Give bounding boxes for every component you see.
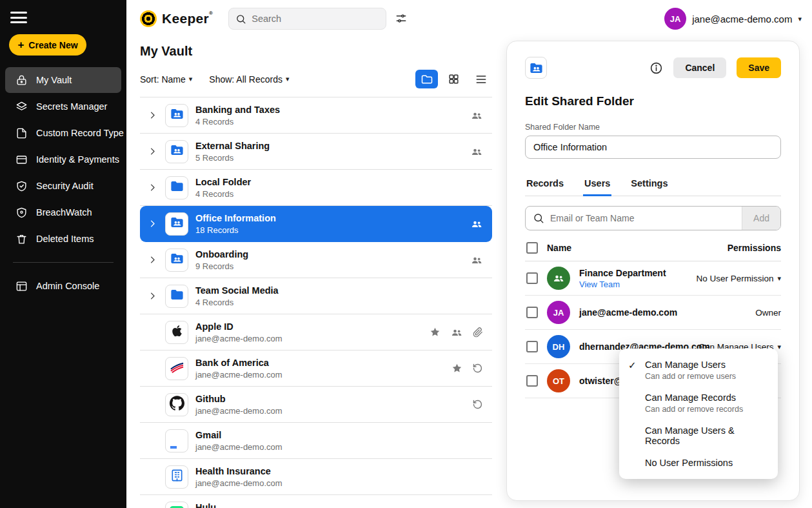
add-button[interactable]: Add xyxy=(742,207,780,230)
team-avatar-icon xyxy=(552,272,565,285)
row-text: Banking and Taxes 4 Records xyxy=(195,105,280,127)
permission-select[interactable]: Owner xyxy=(755,308,781,318)
expand-chevron-icon[interactable] xyxy=(148,255,158,265)
view-team-link[interactable]: View Team xyxy=(579,279,666,289)
shield-dot-icon xyxy=(15,207,28,219)
vault-row[interactable]: Bank of America jane@acme-demo.com xyxy=(140,351,492,387)
caret-down-icon: ▾ xyxy=(798,15,802,23)
row-trailing-icons xyxy=(470,218,483,230)
user-row[interactable]: JA jane@acme-demo.com Owner xyxy=(525,296,781,330)
star-icon[interactable] xyxy=(430,327,441,338)
email-team-input[interactable] xyxy=(550,213,742,223)
permission-menu-item[interactable]: Can Manage Users & Records xyxy=(619,420,778,452)
vault-row[interactable]: h Hulu jane@acme-demo.com xyxy=(140,495,492,508)
permission-menu-item[interactable]: Can Manage Records Can add or remove rec… xyxy=(619,387,778,420)
tab[interactable]: Records xyxy=(525,173,565,196)
row-subtitle: 9 Records xyxy=(195,261,248,271)
sidebar-item-admin-console[interactable]: Admin Console xyxy=(5,273,121,299)
row-trailing-icons xyxy=(470,109,483,122)
shared-users-icon xyxy=(470,254,483,267)
github-icon xyxy=(170,396,184,413)
folder-view-button[interactable] xyxy=(415,70,438,88)
global-search[interactable] xyxy=(228,8,386,30)
expand-chevron-icon[interactable] xyxy=(148,110,158,120)
save-button[interactable]: Save xyxy=(737,57,781,78)
plus-icon: + xyxy=(17,39,24,50)
checkmark-icon: ✓ xyxy=(628,360,639,371)
row-text: Local Folder 4 Records xyxy=(195,177,251,199)
account-avatar: JA xyxy=(664,8,686,30)
layers-icon xyxy=(15,101,28,113)
sidebar-item-identity-payments[interactable]: Identity & Payments xyxy=(5,147,121,172)
vault-row[interactable]: Team Social Media 4 Records xyxy=(140,278,492,314)
search-input[interactable] xyxy=(252,14,379,24)
vault-row[interactable]: Health Insurance jane@acme-demo.com xyxy=(140,459,492,495)
expand-chevron-icon[interactable] xyxy=(148,291,158,301)
grid-view-button[interactable] xyxy=(442,70,465,88)
info-icon[interactable] xyxy=(649,61,663,75)
row-checkbox[interactable] xyxy=(526,272,538,284)
record-icon-box xyxy=(165,249,188,272)
list-view-button[interactable] xyxy=(470,70,492,88)
health-building-icon xyxy=(170,468,184,485)
vault-row[interactable]: Banking and Taxes 4 Records xyxy=(140,97,492,134)
sidebar-item-breachwatch[interactable]: BreachWatch xyxy=(5,199,121,225)
panel-title: Edit Shared Folder xyxy=(525,94,781,108)
hamburger-menu-icon[interactable] xyxy=(10,12,27,23)
vault-row[interactable]: Gmail jane@acme-demo.com xyxy=(140,423,492,459)
row-checkbox[interactable] xyxy=(526,375,538,387)
row-subtitle: jane@acme-demo.com xyxy=(195,442,282,452)
registered-mark: ® xyxy=(209,10,213,16)
vault-row[interactable]: Onboarding 9 Records xyxy=(140,242,492,278)
folder-icon xyxy=(170,179,184,196)
vault-row[interactable]: External Sharing 5 Records xyxy=(140,134,492,170)
record-icon-box xyxy=(165,104,188,127)
folder-icon xyxy=(170,287,184,305)
brand-name: Keeper® xyxy=(162,9,213,28)
vault-row[interactable]: Apple ID jane@acme-demo.com xyxy=(140,314,492,351)
tab[interactable]: Settings xyxy=(629,173,669,196)
sidebar-item-label: Custom Record Type xyxy=(36,128,124,138)
sidebar-item-deleted-items[interactable]: Deleted Items xyxy=(5,226,121,252)
vault-row[interactable]: Local Folder 4 Records xyxy=(140,170,492,206)
sidebar-item-secrets-manager[interactable]: Secrets Manager xyxy=(5,94,121,119)
permission-menu-item[interactable]: ✓ Can Manage Users Can add or remove use… xyxy=(619,354,778,387)
account-menu[interactable]: JA jane@acme-demo.com ▾ xyxy=(664,8,802,30)
permission-menu-item[interactable]: No User Permissions xyxy=(619,452,778,474)
permission-select[interactable]: No User Permission ▾ xyxy=(696,274,781,283)
sidebar-item-label: Security Audit xyxy=(36,181,94,191)
sidebar-item-label: Secrets Manager xyxy=(36,101,107,112)
expand-chevron-icon[interactable] xyxy=(148,219,158,229)
shared-folder-icon xyxy=(170,143,184,160)
sidebar-item-security-audit[interactable]: Security Audit xyxy=(5,173,121,199)
user-row[interactable]: Finance Department View Team No User Per… xyxy=(525,261,781,296)
show-filter-dropdown[interactable]: Show: All Records▾ xyxy=(209,74,289,85)
row-checkbox[interactable] xyxy=(526,341,538,352)
shared-folder-icon xyxy=(170,107,184,124)
select-all-checkbox[interactable] xyxy=(526,242,538,254)
row-title: Bank of America xyxy=(195,358,282,368)
row-title: Apple ID xyxy=(195,321,282,332)
row-checkbox[interactable] xyxy=(526,307,538,318)
avatar-initials: JA xyxy=(553,308,564,318)
row-subtitle: jane@acme-demo.com xyxy=(195,370,282,380)
expand-chevron-icon[interactable] xyxy=(148,147,158,156)
row-title: Github xyxy=(195,394,282,404)
panel-tabs: Records Users Settings xyxy=(525,173,781,196)
user-info: jane@acme-demo.com xyxy=(579,307,677,318)
tab[interactable]: Users xyxy=(583,173,611,196)
expand-chevron-icon[interactable] xyxy=(148,183,158,192)
user-avatar: OT xyxy=(547,369,570,392)
create-new-button[interactable]: + Create New xyxy=(9,34,86,56)
vault-row[interactable]: Github jane@acme-demo.com xyxy=(140,387,492,423)
vault-row[interactable]: Office Information 18 Records xyxy=(140,206,492,242)
sidebar-item-custom-record-type[interactable]: Custom Record Type xyxy=(5,120,121,146)
sort-dropdown[interactable]: Sort: Name▾ xyxy=(140,74,192,85)
star-icon[interactable] xyxy=(451,363,462,374)
folder-name-input[interactable] xyxy=(525,136,781,159)
sidebar-item-my-vault[interactable]: My Vault xyxy=(5,67,121,93)
cancel-button[interactable]: Cancel xyxy=(673,57,726,78)
row-title: Team Social Media xyxy=(195,285,279,296)
filter-tune-icon[interactable] xyxy=(395,12,408,25)
user-name: Finance Department xyxy=(579,268,666,278)
